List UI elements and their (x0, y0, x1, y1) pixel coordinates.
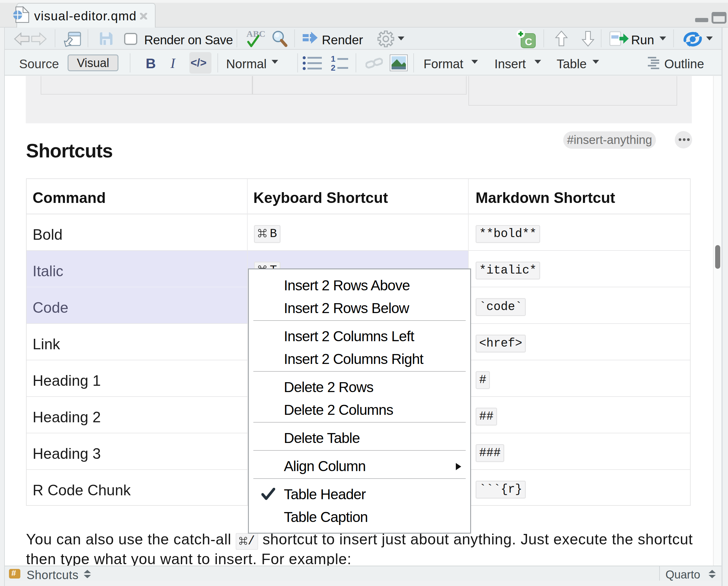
svg-text:2: 2 (331, 63, 336, 71)
svg-text:C: C (525, 36, 532, 47)
svg-text:1: 1 (331, 55, 336, 64)
